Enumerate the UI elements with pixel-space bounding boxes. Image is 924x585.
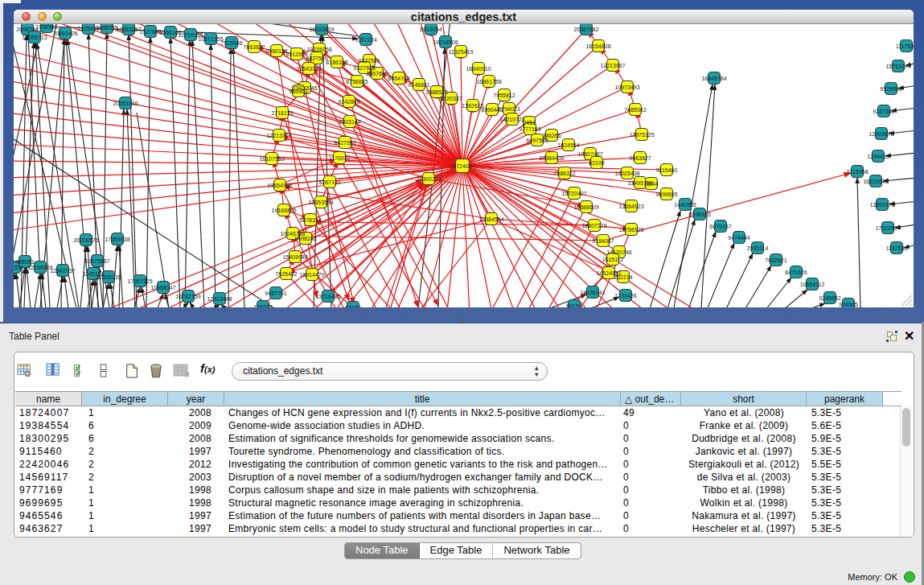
svg-text:16210643: 16210643 [863,179,888,184]
svg-text:20691406: 20691406 [52,31,77,36]
svg-text:19166825: 19166825 [271,208,296,213]
svg-text:485051: 485051 [15,259,34,265]
svg-text:8427552: 8427552 [334,140,355,146]
svg-text:18724007: 18724007 [450,163,474,169]
svg-text:17359938: 17359938 [105,237,129,242]
svg-text:9529996: 9529996 [880,86,901,92]
svg-text:3215958: 3215958 [846,169,868,175]
svg-text:9146821: 9146821 [408,82,429,88]
svg-text:1615112: 1615112 [602,257,624,262]
svg-text:9827509: 9827509 [306,56,327,61]
svg-text:16154808: 16154808 [585,43,610,49]
svg-text:10025438: 10025438 [614,171,639,176]
svg-text:10671355: 10671355 [198,36,223,42]
svg-text:16961758: 16961758 [476,79,501,84]
svg-text:9245652: 9245652 [819,295,840,301]
svg-text:7625402: 7625402 [275,271,297,277]
svg-text:989963: 989963 [289,89,307,94]
svg-text:1956561: 1956561 [35,24,57,30]
svg-text:1117533: 1117533 [896,43,914,49]
svg-text:12156809: 12156809 [27,265,52,270]
svg-text:2451: 2451 [523,120,536,126]
svg-text:9327508: 9327508 [353,65,375,71]
svg-text:9357224: 9357224 [355,37,376,43]
svg-text:14210722: 14210722 [499,117,524,122]
svg-text:9699695: 9699695 [655,192,677,197]
svg-text:1170012: 1170012 [329,155,351,161]
svg-text:11325419: 11325419 [449,49,474,55]
svg-text:20364436: 20364436 [539,155,564,161]
svg-text:9544: 9544 [645,181,658,187]
svg-text:18807279: 18807279 [581,223,606,229]
svg-text:15720407: 15720407 [561,191,586,196]
svg-text:16640910: 16640910 [466,66,491,72]
svg-text:7485063: 7485063 [624,107,646,113]
svg-text:8813054: 8813054 [420,27,441,32]
svg-text:16107553: 16107553 [259,156,284,162]
svg-text:8938923: 8938923 [688,212,710,217]
svg-text:1167533: 1167533 [886,245,908,251]
svg-text:6679197: 6679197 [709,224,731,229]
svg-text:62100: 62100 [589,160,605,166]
svg-text:7663822: 7663822 [243,44,265,50]
svg-text:20053346: 20053346 [113,101,138,106]
svg-text:16914479: 16914479 [299,272,324,278]
svg-text:10853287: 10853287 [116,27,141,32]
svg-text:12342737: 12342737 [50,268,75,274]
svg-text:86153: 86153 [566,303,582,308]
svg-text:1733426: 1733426 [614,293,636,299]
svg-text:7386322: 7386322 [553,171,575,176]
svg-text:10688609: 10688609 [573,204,598,210]
svg-text:5878334: 5878334 [299,217,321,223]
svg-text:12353594: 12353594 [308,200,333,205]
svg-text:8220337: 8220337 [440,96,462,101]
svg-text:1527602: 1527602 [139,29,161,35]
svg-text:19384554: 19384554 [478,216,503,222]
svg-text:9184067: 9184067 [592,238,614,244]
svg-text:17357225: 17357225 [127,278,152,284]
svg-text:10973493: 10973493 [614,84,639,90]
svg-text:6497568: 6497568 [526,138,548,143]
svg-text:2588520: 2588520 [425,89,447,95]
svg-text:8454749: 8454749 [388,76,409,81]
svg-text:12093872: 12093872 [869,131,893,137]
svg-text:13892971: 13892971 [869,202,894,208]
svg-text:15409948: 15409948 [282,254,307,260]
svg-text:17010504: 17010504 [875,225,900,231]
svg-text:9463627: 9463627 [629,155,651,161]
svg-text:8186328: 8186328 [326,60,347,65]
svg-text:9115460: 9115460 [656,167,678,173]
svg-text:10975887: 10975887 [84,258,109,264]
svg-text:9474444: 9474444 [728,235,749,241]
svg-text:10958147: 10958147 [150,285,175,290]
svg-text:25300273: 25300273 [416,176,441,182]
svg-text:16782759: 16782759 [175,294,200,299]
svg-text:10654112: 10654112 [800,282,825,287]
svg-text:93152: 93152 [345,305,361,308]
svg-text:15751074: 15751074 [885,64,910,69]
svg-text:19756928: 19756928 [618,227,643,233]
svg-text:1440955: 1440955 [674,202,696,208]
svg-text:16033809: 16033809 [309,27,334,32]
svg-text:12213369: 12213369 [266,133,291,138]
svg-text:9227342: 9227342 [873,109,894,114]
svg-text:16648784: 16648784 [701,76,726,81]
svg-text:9242848: 9242848 [338,99,359,105]
svg-text:7515546: 7515546 [220,40,242,46]
svg-text:14136141: 14136141 [580,290,605,295]
svg-text:9498242: 9498242 [294,236,316,241]
svg-text:6794023: 6794023 [498,106,519,112]
svg-text:14120746: 14120746 [606,249,631,255]
svg-text:14055713: 14055713 [22,35,47,40]
svg-text:19218506: 19218506 [433,39,458,45]
svg-text:9960124: 9960124 [265,48,287,54]
svg-text:16543382: 16543382 [296,66,321,72]
svg-text:7632621: 7632621 [765,257,786,263]
svg-text:13716485: 13716485 [315,294,340,299]
svg-text:2935114: 2935114 [747,245,769,251]
svg-text:20387682: 20387682 [573,27,598,32]
svg-text:252214: 252214 [614,274,632,280]
svg-text:1824554: 1824554 [557,142,579,148]
svg-text:9777169: 9777169 [519,126,540,132]
svg-text:8912954: 8912954 [285,51,307,57]
